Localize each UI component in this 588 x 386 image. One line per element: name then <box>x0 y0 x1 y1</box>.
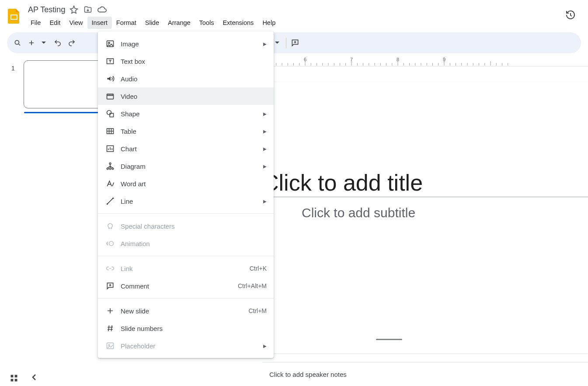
chevron-right-icon: ▶ <box>263 199 267 204</box>
redo-icon[interactable] <box>65 36 79 50</box>
doc-title[interactable]: AP Testing <box>28 5 65 14</box>
shortcut-label: Ctrl+Alt+M <box>238 282 267 289</box>
svg-point-82 <box>112 168 114 170</box>
plus-icon <box>105 306 115 316</box>
link-icon <box>105 263 115 274</box>
new-slide-caret-icon[interactable] <box>37 36 51 50</box>
move-icon[interactable] <box>83 4 93 15</box>
star-icon[interactable] <box>69 4 79 15</box>
insert-link: LinkCtrl+K <box>98 260 274 277</box>
svg-rect-1 <box>11 15 17 19</box>
insert-line[interactable]: Line▶ <box>98 192 274 210</box>
textbox-icon <box>105 56 115 66</box>
svg-rect-4 <box>15 375 17 378</box>
menu-tools[interactable]: Tools <box>195 17 219 29</box>
insert-comment[interactable]: CommentCtrl+Alt+M <box>98 277 274 295</box>
svg-point-79 <box>109 163 111 164</box>
ruler-label: 8 <box>397 57 399 62</box>
svg-point-83 <box>107 203 108 205</box>
speaker-notes[interactable]: Click to add speaker notes <box>262 362 588 386</box>
chevron-right-icon: ▶ <box>263 344 267 348</box>
ruler-label: 9 <box>443 57 445 62</box>
insert-special-characters: Special characters <box>98 217 274 235</box>
insert-diagram[interactable]: Diagram▶ <box>98 157 274 175</box>
placeholder-icon <box>105 341 115 351</box>
ruler-label: 7 <box>350 57 353 62</box>
svg-point-84 <box>112 198 114 199</box>
chevron-right-icon: ▶ <box>263 146 267 151</box>
video-icon <box>105 91 115 101</box>
svg-point-75 <box>107 111 111 115</box>
menu-separator <box>98 298 274 299</box>
insert-new-slide[interactable]: New slideCtrl+M <box>98 302 274 320</box>
insert-image[interactable]: Image▶ <box>98 35 274 52</box>
chevron-right-icon: ▶ <box>263 111 267 116</box>
subtitle-placeholder[interactable]: Click to add subtitle <box>302 205 415 220</box>
menu-insert[interactable]: Insert <box>87 17 112 29</box>
slide-number: 1 <box>11 65 15 72</box>
svg-rect-6 <box>15 379 17 382</box>
search-icon[interactable] <box>10 36 24 50</box>
comment-icon <box>105 281 115 291</box>
insert-word-art[interactable]: Word art <box>98 175 274 192</box>
svg-point-81 <box>109 168 111 170</box>
slides-logo[interactable] <box>3 3 24 28</box>
chevron-right-icon: ▶ <box>263 164 267 169</box>
collapse-filmstrip-icon[interactable] <box>31 374 38 383</box>
diagram-icon <box>105 161 115 171</box>
motion-icon <box>105 238 115 249</box>
toolbar <box>7 32 581 53</box>
menu-separator <box>98 213 274 214</box>
shortcut-label: Ctrl+K <box>250 265 267 272</box>
toolbar-separator <box>286 38 286 48</box>
menu-separator <box>98 256 274 256</box>
shortcut-label: Ctrl+M <box>248 307 267 314</box>
cloud-icon[interactable] <box>97 4 107 15</box>
menu-slide[interactable]: Slide <box>141 17 164 29</box>
insert-shape[interactable]: Shape▶ <box>98 105 274 122</box>
new-slide-button[interactable] <box>24 36 51 50</box>
insert-placeholder: Placeholder▶ <box>98 337 274 355</box>
ruler-label: 6 <box>304 57 306 62</box>
svg-point-87 <box>108 344 110 346</box>
insert-audio[interactable]: Audio <box>98 70 274 87</box>
menu-format[interactable]: Format <box>112 17 141 29</box>
svg-point-85 <box>109 241 114 246</box>
menu-view[interactable]: View <box>65 17 87 29</box>
insert-menu: Image▶Text boxAudioVideoShape▶Table▶Char… <box>98 31 274 358</box>
grid-view-icon[interactable] <box>10 374 18 383</box>
svg-rect-3 <box>11 375 14 378</box>
insert-text-box[interactable]: Text box <box>98 52 274 70</box>
notes-splitter[interactable] <box>376 339 402 340</box>
menu-edit[interactable]: Edit <box>45 17 65 29</box>
insert-slide-numbers[interactable]: Slide numbers <box>98 320 274 337</box>
slide-thumbnail[interactable] <box>24 60 102 108</box>
undo-icon[interactable] <box>51 36 65 50</box>
insert-video[interactable]: Video <box>98 87 274 105</box>
audio-icon <box>105 73 115 84</box>
menu-arrange[interactable]: Arrange <box>164 17 195 29</box>
menu-help[interactable]: Help <box>258 17 280 29</box>
shape-icon <box>105 108 115 119</box>
chevron-right-icon: ▶ <box>263 42 267 46</box>
insert-animation: Animation <box>98 235 274 252</box>
svg-point-2 <box>15 40 19 44</box>
svg-rect-5 <box>11 379 14 382</box>
menu-file[interactable]: File <box>26 17 45 29</box>
chart-icon <box>105 143 115 154</box>
insert-table[interactable]: Table▶ <box>98 122 274 140</box>
hash-icon <box>105 323 115 334</box>
wordart-icon <box>105 178 115 189</box>
svg-rect-76 <box>110 113 113 117</box>
menu-extensions[interactable]: Extensions <box>218 17 258 29</box>
line-icon <box>105 196 115 206</box>
chevron-right-icon: ▶ <box>263 129 267 134</box>
table-icon <box>105 126 115 136</box>
insert-chart[interactable]: Chart▶ <box>98 140 274 157</box>
image-icon <box>105 38 115 49</box>
add-comment-icon[interactable] <box>288 36 302 50</box>
omega-icon <box>105 221 115 231</box>
title-placeholder[interactable]: Click to add title <box>262 170 588 196</box>
svg-point-72 <box>108 42 110 44</box>
history-icon[interactable] <box>562 6 579 24</box>
